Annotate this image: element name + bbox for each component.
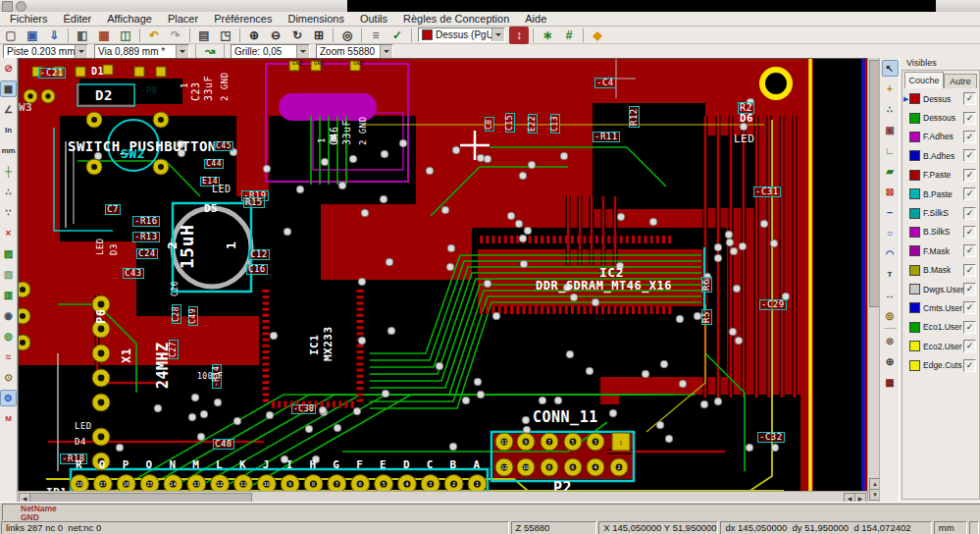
tab-couche[interactable]: Couche [904, 72, 944, 88]
menu-r-gles-de-conception[interactable]: Règles de Conception [395, 12, 517, 26]
layer-row-eco1-user[interactable]: Eco1.User✓ [903, 318, 976, 337]
add-zone-icon[interactable]: ▰ [882, 163, 899, 180]
menu-outils[interactable]: Outils [352, 12, 395, 26]
tab-autre[interactable]: Autre [944, 74, 977, 88]
zoom-select[interactable]: Zoom 55880 [316, 44, 393, 59]
layer-row-b-mask[interactable]: B.Mask✓ [903, 261, 976, 280]
layer-row-f-paste[interactable]: F.Paste✓ [903, 166, 976, 185]
window-menu-icon[interactable] [2, 1, 13, 12]
track-autodel-icon[interactable]: × [0, 225, 17, 241]
menu--diter[interactable]: Éditer [56, 12, 100, 26]
menu-placer[interactable]: Placer [160, 12, 206, 26]
zoom-in-icon[interactable]: ⊕ [244, 27, 264, 44]
layer-row-b-adhes[interactable]: B.Adhes✓ [903, 146, 976, 165]
layer-visibility-checkbox[interactable]: ✓ [963, 244, 976, 257]
drc-icon[interactable]: ✓ [387, 27, 407, 44]
local-ratsnest-icon[interactable]: ∴ [882, 101, 899, 118]
add-keepout-icon[interactable]: ⊠ [882, 184, 899, 200]
layer-visibility-checkbox[interactable]: ✓ [963, 169, 976, 182]
add-text-icon[interactable]: T [882, 266, 899, 283]
layer-visibility-checkbox[interactable]: ✓ [963, 264, 976, 277]
select-cursor-icon[interactable]: ↖ [882, 60, 899, 77]
redo-icon[interactable]: ↷ [166, 27, 185, 44]
units-mm-icon[interactable]: mm [0, 142, 17, 159]
zoom-out-icon[interactable]: ⊖ [266, 27, 285, 44]
layer-row-cmts-user[interactable]: Cmts.User✓ [903, 298, 976, 317]
zones-outline-icon[interactable]: ▥ [0, 287, 17, 303]
layer-row-dwgs-user[interactable]: Dwgs.User✓ [903, 280, 976, 298]
add-graphic-line-icon[interactable]: ┄ [882, 204, 899, 221]
undo-icon[interactable]: ↶ [144, 27, 164, 44]
layer-select-arrow-icon[interactable] [491, 28, 504, 41]
ratsnest-full-icon[interactable]: ∴ [0, 184, 17, 200]
pads-sketch-icon[interactable]: ◉ [0, 307, 17, 324]
cursor-shape-icon[interactable]: ┼ [0, 163, 17, 180]
layer-row-f-mask[interactable]: F.Mask✓ [903, 241, 976, 260]
add-track-icon[interactable]: ∟ [882, 142, 899, 159]
zones-hide-icon[interactable]: ▧ [0, 266, 17, 283]
layer-row-edge-cuts[interactable]: Edge.Cuts✓ [903, 355, 976, 374]
offset-origin-icon[interactable]: ⊕ [882, 353, 899, 370]
add-footprint-icon[interactable]: ▣ [882, 122, 899, 138]
menu-aide[interactable]: Aide [517, 12, 554, 26]
layer-row-dessous[interactable]: Dessous✓ [903, 108, 976, 127]
layer-row-dessus[interactable]: ▶Dessus✓ [903, 89, 976, 108]
freeroute-icon[interactable]: ◆ [588, 27, 607, 44]
delete-item-icon[interactable]: ⊗ [882, 333, 899, 349]
plot-export-icon[interactable]: ⇓ [44, 27, 64, 44]
polar-coords-icon[interactable]: ∠ [0, 101, 17, 118]
menu-affichage[interactable]: Affichage [99, 12, 160, 26]
layer-visibility-checkbox[interactable]: ✓ [963, 340, 976, 352]
layer-select[interactable]: Dessus (PgUp) [418, 27, 505, 42]
add-target-icon[interactable]: ◎ [882, 307, 899, 324]
layers-manager-icon[interactable]: ⚙ [0, 390, 17, 406]
ratsnest-module-icon[interactable]: ∵ [0, 204, 17, 221]
menu-pr-f-rences[interactable]: Préférences [206, 12, 280, 26]
add-arc-icon[interactable]: ◠ [882, 245, 899, 262]
zoom-redraw-icon[interactable]: ↻ [287, 27, 307, 44]
print-icon[interactable]: ▤ [194, 27, 214, 44]
layer-visibility-checkbox[interactable]: ✓ [963, 359, 976, 372]
microwave-tools-icon[interactable]: M [0, 410, 17, 427]
layer-visibility-checkbox[interactable]: ✓ [963, 131, 976, 143]
grid-origin-icon[interactable]: ▦ [882, 374, 899, 391]
menu-fichiers[interactable]: Fichiers [2, 12, 56, 26]
track-width-select[interactable]: Piste 0.203 mm * [3, 44, 88, 59]
layer-visibility-checkbox[interactable]: ✓ [963, 92, 976, 105]
grid-visibility-icon[interactable]: ▦ [0, 80, 17, 97]
layer-visibility-checkbox[interactable]: ✓ [963, 321, 976, 334]
layer-row-f-adhes[interactable]: F.Adhes✓ [903, 128, 976, 146]
tracks-sketch-icon[interactable]: ≈ [0, 348, 17, 365]
pcb-canvas[interactable]: 1817161514131211109876543211197531121086… [18, 58, 868, 492]
add-dimension-icon[interactable]: ↔ [882, 287, 899, 303]
plot-icon[interactable]: ◳ [216, 27, 235, 44]
layer-row-b-paste[interactable]: B.Paste✓ [903, 185, 976, 203]
save-board-icon[interactable]: ▣ [23, 27, 42, 44]
layer-row-b-silks[interactable]: B.SilkS✓ [903, 223, 976, 241]
layer-row-eco2-user[interactable]: Eco2.User✓ [903, 337, 976, 355]
units-inch-icon[interactable]: In [0, 122, 17, 138]
highlight-net-icon[interactable]: + [882, 80, 899, 97]
zoom-fit-icon[interactable]: ⊞ [309, 27, 329, 44]
layer-visibility-checkbox[interactable]: ✓ [963, 112, 976, 125]
layer-pair-icon[interactable]: ↕ [509, 27, 529, 44]
layer-visibility-checkbox[interactable]: ✓ [963, 149, 976, 162]
netlist-icon[interactable]: ≡ [366, 27, 386, 44]
high-contrast-icon[interactable]: ⊙ [0, 369, 17, 386]
new-board-icon[interactable]: ▢ [1, 27, 21, 44]
find-icon[interactable]: ◎ [337, 27, 357, 44]
module-editor-icon[interactable]: ▦ [94, 27, 114, 44]
layer-visibility-checkbox[interactable]: ✓ [963, 187, 976, 200]
drc-off-icon[interactable]: ⊘ [0, 60, 17, 77]
library-browser-icon[interactable]: ◫ [116, 27, 135, 44]
via-size-select[interactable]: Via 0,889 mm * [94, 44, 189, 59]
toggle-grid-tracks-icon[interactable]: # [559, 27, 579, 44]
grid-select[interactable]: Grille: 0,05 [231, 44, 310, 59]
vias-sketch-icon[interactable]: ◎ [0, 328, 17, 345]
page-settings-icon[interactable]: ◧ [73, 27, 92, 44]
layer-visibility-checkbox[interactable]: ✓ [963, 226, 976, 239]
zones-show-icon[interactable]: ▨ [0, 245, 17, 262]
window-button-icon[interactable] [16, 1, 26, 12]
layer-visibility-checkbox[interactable]: ✓ [963, 283, 976, 295]
add-circle-icon[interactable]: ○ [882, 225, 899, 241]
